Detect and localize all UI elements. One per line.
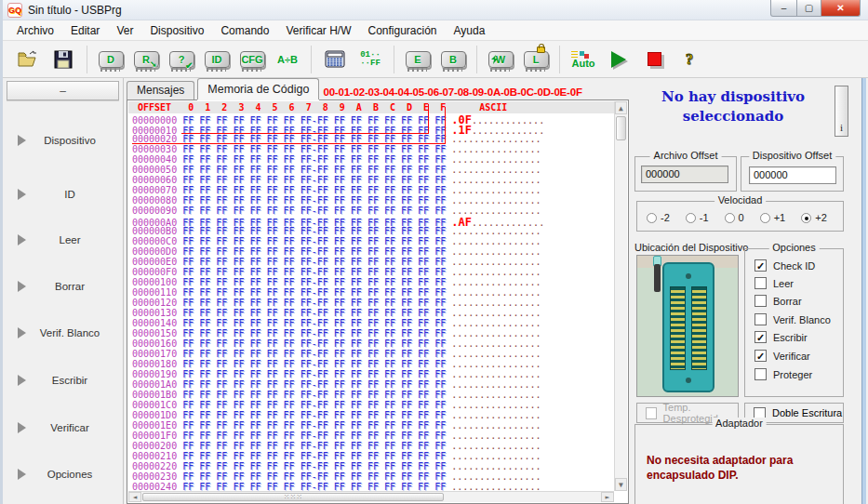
hex-row[interactable]: 000000E0 FF FF FF FF FF FF FF FF-FF FF F… — [132, 257, 614, 267]
hex-row[interactable]: 000001F0 FF FF FF FF FF FF FF FF-FF FF F… — [132, 431, 614, 441]
radio-velocidad-plus2[interactable]: +2 — [801, 212, 827, 223]
info-button[interactable]: i — [835, 86, 848, 137]
checkbox-leer[interactable]: Leer — [754, 277, 794, 289]
scroll-down-icon[interactable]: ▼ — [615, 478, 627, 491]
menu-comando[interactable]: Comando — [212, 21, 277, 40]
verify-device-button[interactable]: ✔? — [164, 44, 199, 75]
hex-row[interactable]: 00000030 FF FF FF FF FF FF FF FF-FF FF F… — [132, 144, 614, 154]
hex-row[interactable]: 00000080 FF FF FF FF FF FF FF FF-FF FF F… — [132, 195, 614, 206]
horizontal-scrollbar[interactable]: ◄ ⁙⁙⁙ ► — [128, 491, 614, 502]
maximize-button[interactable]: ▢ — [796, 0, 821, 17]
sidebar-item-leer[interactable]: Leer — [8, 232, 119, 248]
hex-row[interactable]: 00000060 FF FF FF FF FF FF FF FF-FF FF F… — [132, 175, 614, 185]
archivo-offset-field[interactable]: 000000 — [641, 166, 728, 183]
radio-velocidad-minus2[interactable]: -2 — [647, 212, 670, 223]
scroll-left-icon[interactable]: ◄ — [128, 492, 141, 502]
checkbox-doble-escritura[interactable]: Doble Escritura — [754, 407, 842, 419]
hex-row[interactable]: 000000D0 FF FF FF FF FF FF FF FF-FF FF F… — [132, 246, 614, 257]
hex-row[interactable]: 000001B0 FF FF FF FF FF FF FF FF-FF FF F… — [132, 390, 614, 400]
hex-row[interactable]: 00000240 FF FF FF FF FF FF FF FF-FF FF F… — [132, 482, 614, 491]
sidebar-item-opciones[interactable]: Opciones — [8, 466, 119, 483]
sidebar-item-escribir[interactable]: Escribir — [8, 372, 119, 389]
hex-row[interactable]: 00000040 FF FF FF FF FF FF FF FF-FF FF F… — [132, 154, 614, 165]
close-button[interactable]: ✕ — [821, 0, 861, 17]
hex-row[interactable]: 00000130 FF FF FF FF FF FF FF FF-FF FF F… — [132, 308, 614, 318]
hex-row[interactable]: 00000160 FF FF FF FF FF FF FF FF-FF FF F… — [132, 338, 614, 349]
hex-row[interactable]: 000000A0 FF FF FF FF FF FF FF FF-FF FF F… — [132, 216, 614, 226]
scroll-right-icon[interactable]: ► — [601, 492, 614, 502]
vertical-scrollbar[interactable]: ▲ ▼ — [614, 101, 627, 491]
menu-ayuda[interactable]: Ayuda — [446, 21, 494, 40]
hex-row[interactable]: 00000110 FF FF FF FF FF FF FF FF-FF FF F… — [132, 287, 614, 298]
horizontal-scroll-thumb[interactable]: ⁙⁙⁙ — [142, 493, 444, 501]
auto-button[interactable]: Auto — [566, 44, 601, 75]
hex-row[interactable]: 00000070 FF FF FF FF FF FF FF FF-FF FF F… — [132, 185, 614, 195]
lock-button[interactable]: L — [518, 44, 554, 75]
hex-row[interactable]: 00000210 FF FF FF FF FF FF FF FF-FF FF F… — [132, 451, 614, 461]
sidebar-item-borrar[interactable]: Borrar — [8, 278, 119, 295]
radio-velocidad-plus1[interactable]: +1 — [760, 212, 786, 223]
hex-row[interactable]: 000001A0 FF FF FF FF FF FF FF FF-FF FF F… — [132, 379, 614, 390]
blank-check-button[interactable]: B — [435, 44, 471, 75]
hex-row[interactable]: 00000180 FF FF FF FF FF FF FF FF-FF FF F… — [132, 359, 614, 369]
run-button[interactable] — [601, 44, 636, 75]
sidebar-item-verif-blanco[interactable]: Verif. Blanco — [8, 325, 119, 341]
save-button[interactable] — [46, 44, 81, 75]
tab-mensajes[interactable]: Mensajes — [127, 81, 194, 99]
checkbox-proteger[interactable]: Proteger — [754, 368, 812, 380]
scroll-up-icon[interactable]: ▲ — [615, 101, 627, 114]
minimize-button[interactable]: – — [770, 0, 797, 17]
hex-row[interactable]: 00000050 FF FF FF FF FF FF FF FF-FF FF F… — [132, 165, 614, 175]
checkbox-escribir[interactable]: ✓Escribir — [754, 331, 808, 343]
config-button[interactable]: CFG — [234, 44, 270, 75]
hex-row[interactable]: 000000F0 FF FF FF FF FF FF FF FF-FF FF F… — [132, 267, 614, 277]
read-device-button[interactable]: ➘R — [128, 44, 164, 75]
hex-row[interactable]: 00000200 FF FF FF FF FF FF FF FF-FF FF F… — [132, 441, 614, 451]
menu-dispositivo[interactable]: Dispositivo — [141, 21, 212, 40]
compare-button[interactable]: A÷B — [270, 44, 305, 75]
erase-button[interactable]: E — [400, 44, 435, 75]
hex-editor[interactable]: OFFSET 0 1 2 3 4 5 6 7 8 9 A B C D E F A… — [127, 99, 629, 504]
hex-row[interactable]: 00000120 FF FF FF FF FF FF FF FF-FF FF F… — [132, 298, 614, 308]
checkbox-check-id[interactable]: ✓Check ID — [754, 259, 815, 272]
sidebar-item-id[interactable]: ID — [8, 186, 119, 203]
radio-velocidad-minus1[interactable]: -1 — [686, 212, 709, 223]
write-button[interactable]: W — [483, 44, 518, 75]
menu-configuraci-n[interactable]: Configuración — [359, 21, 445, 40]
menu-editar[interactable]: Editar — [62, 21, 108, 40]
hex-row[interactable]: 00000170 FF FF FF FF FF FF FF FF-FF FF F… — [132, 349, 614, 359]
sidebar-item-verificar[interactable]: Verificar — [8, 419, 119, 436]
hex-row[interactable]: 00000220 FF FF FF FF FF FF FF FF-FF FF F… — [132, 461, 614, 471]
read-id-button[interactable]: ID — [199, 44, 234, 75]
hex-row[interactable]: 00000140 FF FF FF FF FF FF FF FF-FF FF F… — [132, 318, 614, 328]
hex-row[interactable]: 00000000 FF FF FF FF FF FF FF FF-FF FF F… — [132, 113, 614, 124]
hex-row[interactable]: 00000150 FF FF FF FF FF FF FF FF-FF FF F… — [132, 328, 614, 338]
hex-row[interactable]: 00000100 FF FF FF FF FF FF FF FF-FF FF F… — [132, 277, 614, 287]
sidebar-collapse-button[interactable]: – — [7, 81, 119, 100]
checkbox-borrar[interactable]: Borrar — [754, 295, 802, 307]
help-button[interactable]: ? — [672, 44, 707, 75]
hex-ascii: ................ — [451, 400, 541, 410]
hex-row[interactable]: 000000C0 FF FF FF FF FF FF FF FF-FF FF F… — [132, 236, 614, 246]
checkbox-verificar[interactable]: ✓Verificar — [754, 350, 810, 362]
hex-row[interactable]: 000001C0 FF FF FF FF FF FF FF FF-FF FF F… — [132, 400, 614, 410]
checkbox-verif-blanco[interactable]: Verif. Blanco — [754, 313, 831, 325]
menu-ver[interactable]: Ver — [108, 21, 141, 40]
menu-archivo[interactable]: Archivo — [8, 21, 62, 40]
hex-row[interactable]: 000001D0 FF FF FF FF FF FF FF FF-FF FF F… — [132, 410, 614, 420]
fill-buffer-button[interactable]: 01····FF — [353, 44, 388, 75]
menu-verificar-h-w[interactable]: Verificar H/W — [277, 21, 359, 40]
hex-row[interactable]: 000001E0 FF FF FF FF FF FF FF FF-FF FF F… — [132, 420, 614, 431]
tab-memoria-de-codigo[interactable]: Memoria de Código — [197, 78, 319, 99]
radio-velocidad-0[interactable]: 0 — [725, 212, 744, 223]
device-select-button[interactable]: D — [93, 44, 128, 75]
vertical-scroll-thumb[interactable] — [616, 116, 626, 140]
hex-row[interactable]: 00000230 FF FF FF FF FF FF FF FF-FF FF F… — [132, 471, 614, 482]
calculator-button[interactable] — [317, 44, 353, 75]
hex-row[interactable]: 00000090 FF FF FF FF FF FF FF FF-FF FF F… — [132, 206, 614, 216]
dispositivo-offset-field[interactable]: 000000 — [749, 166, 836, 184]
open-button[interactable] — [10, 44, 46, 75]
hex-row[interactable]: 00000190 FF FF FF FF FF FF FF FF-FF FF F… — [132, 369, 614, 379]
sidebar-item-dispositivo[interactable]: Dispositivo — [8, 132, 119, 149]
stop-button[interactable] — [636, 44, 672, 75]
